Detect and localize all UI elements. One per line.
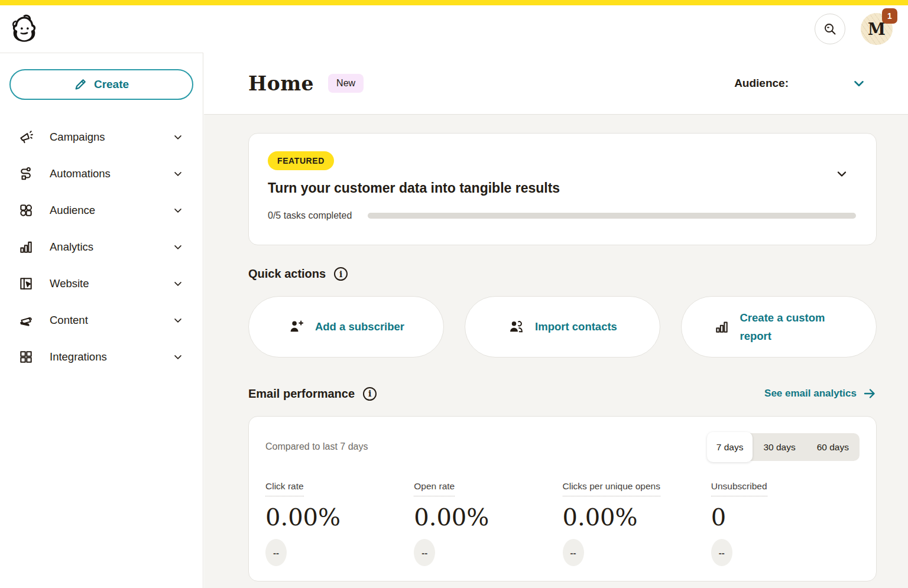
sidebar-item-label: Website [50, 277, 89, 290]
bar-chart-icon [18, 239, 34, 255]
tab-60-days[interactable]: 60 days [806, 433, 860, 461]
sidebar-item-campaigns[interactable]: Campaigns [0, 119, 203, 155]
quick-actions-heading: Quick actions [248, 267, 326, 281]
sidebar-item-label: Integrations [50, 350, 107, 363]
sidebar-item-label: Campaigns [50, 131, 105, 144]
stat-delta-pill: -- [265, 539, 287, 566]
people-grid-icon [18, 203, 34, 218]
sidebar-item-automations[interactable]: Automations [0, 155, 203, 192]
create-custom-report-button[interactable]: Create a custom report [681, 296, 877, 358]
mailchimp-logo-icon[interactable] [9, 14, 39, 44]
chevron-down-icon [172, 241, 184, 253]
sidebar-item-integrations[interactable]: Integrations [0, 339, 203, 375]
pencil-icon [74, 78, 87, 91]
import-contacts-button[interactable]: Import contacts [465, 296, 660, 358]
sidebar-item-analytics[interactable]: Analytics [0, 229, 203, 265]
stat-label[interactable]: Click rate [265, 481, 304, 496]
see-email-analytics-link[interactable]: See email analytics [764, 386, 877, 401]
chevron-down-icon [835, 167, 849, 181]
sidebar-item-audience[interactable]: Audience [0, 192, 203, 229]
stat-delta-pill: -- [711, 539, 732, 566]
notification-badge: 1 [882, 8, 897, 24]
quick-action-label: Create a custom report [740, 308, 844, 346]
create-button[interactable]: Create [9, 69, 193, 100]
see-email-analytics-label: See email analytics [764, 388, 857, 399]
stat-label[interactable]: Unsubscribed [711, 481, 767, 496]
chevron-down-icon [172, 278, 184, 290]
featured-collapse-button[interactable] [835, 167, 849, 181]
create-button-label: Create [94, 78, 129, 91]
brand-yellow-stripe [0, 0, 908, 5]
email-performance-heading: Email performance [248, 387, 355, 401]
add-subscriber-button[interactable]: Add a subscriber [248, 296, 444, 358]
chevron-down-icon [172, 204, 184, 216]
search-button[interactable] [815, 14, 845, 44]
stat-label[interactable]: Clicks per unique opens [563, 481, 660, 496]
sidebar-item-label: Analytics [50, 241, 93, 254]
megaphone-icon [18, 129, 34, 145]
workflow-icon [18, 166, 34, 181]
chevron-down-icon [172, 131, 184, 143]
search-icon [823, 22, 837, 36]
stat-click-rate: Click rate 0.00% -- [265, 481, 414, 566]
featured-title: Turn your customer data into tangible re… [268, 180, 857, 196]
topbar: M 1 [0, 5, 908, 53]
account-menu[interactable]: M 1 [861, 13, 893, 45]
new-badge: New [328, 74, 364, 93]
quick-action-label: Import contacts [535, 317, 617, 336]
sidebar-item-label: Content [50, 314, 88, 327]
audience-dropdown-label: Audience: [734, 77, 789, 90]
tab-7-days[interactable]: 7 days [707, 432, 753, 462]
tasks-progress-label: 0/5 tasks completed [268, 210, 352, 221]
compared-label: Compared to last 7 days [265, 441, 368, 452]
stat-clicks-per-unique-opens: Clicks per unique opens 0.00% -- [563, 481, 711, 566]
people-icon [508, 319, 524, 335]
email-performance-card: Compared to last 7 days 7 days 30 days 6… [248, 416, 877, 581]
quick-action-label: Add a subscriber [315, 317, 404, 336]
info-icon[interactable]: i [363, 387, 377, 401]
report-chart-icon [714, 319, 729, 334]
chevron-down-icon [851, 76, 867, 91]
stat-label[interactable]: Open rate [414, 481, 455, 496]
sidebar: Create Campaigns Automations [0, 53, 203, 588]
stat-delta-pill: -- [563, 539, 584, 566]
grid-icon [18, 349, 34, 365]
audience-dropdown[interactable]: Audience: [734, 76, 867, 91]
sidebar-item-label: Automations [50, 167, 111, 180]
stat-value: 0.00% [265, 503, 414, 531]
papers-icon [18, 313, 34, 328]
stat-unsubscribed: Unsubscribed 0 -- [711, 481, 860, 566]
arrow-right-icon [862, 386, 877, 401]
stat-open-rate: Open rate 0.00% -- [414, 481, 562, 566]
stat-value: 0.00% [414, 503, 562, 531]
featured-card: FEATURED Turn your customer data into ta… [248, 133, 877, 245]
stat-value: 0.00% [563, 503, 711, 531]
sidebar-item-content[interactable]: Content [0, 302, 203, 339]
person-add-icon [288, 319, 304, 335]
chevron-down-icon [172, 314, 184, 326]
info-icon[interactable]: i [334, 267, 348, 281]
page-title: Home [248, 72, 314, 95]
page-header: Home New Audience: [204, 53, 908, 115]
tab-30-days[interactable]: 30 days [753, 433, 806, 461]
stat-value: 0 [711, 503, 860, 531]
date-range-tabs: 7 days 30 days 60 days [707, 433, 860, 461]
stat-delta-pill: -- [414, 539, 435, 566]
browser-cursor-icon [18, 276, 34, 291]
sidebar-item-website[interactable]: Website [0, 265, 203, 302]
chevron-down-icon [172, 168, 184, 180]
tasks-progress-bar [368, 213, 856, 219]
chevron-down-icon [172, 351, 184, 363]
sidebar-item-label: Audience [50, 204, 95, 217]
featured-badge: FEATURED [268, 151, 334, 170]
main-content: FEATURED Turn your customer data into ta… [204, 115, 908, 588]
